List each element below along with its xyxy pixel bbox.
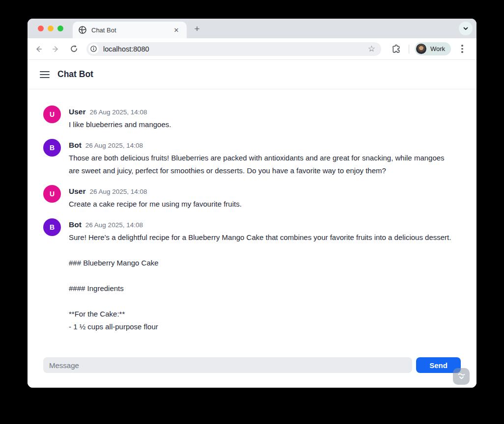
- tab-chat-bot[interactable]: Chat Bot ✕: [73, 22, 187, 38]
- close-window-button[interactable]: [38, 26, 44, 31]
- browser-toolbar: localhost:8080 ☆ Work: [28, 38, 476, 60]
- toolbar-divider: [409, 45, 409, 53]
- message-avatar: U: [43, 106, 61, 123]
- globe-favicon-icon: [79, 26, 86, 34]
- message-avatar-letter: U: [50, 190, 55, 198]
- browser-window: Chat Bot ✕ + localhost:8080 ☆: [28, 19, 476, 388]
- composer: Send: [43, 357, 461, 373]
- message-row: B Bot26 Aug 2025, 14:08 Those are both d…: [43, 139, 454, 177]
- message-body: Create a cake recipe for me using my fav…: [69, 198, 454, 211]
- address-bar[interactable]: localhost:8080 ☆: [86, 42, 381, 56]
- url-text: localhost:8080: [103, 45, 368, 53]
- tab-close-icon[interactable]: ✕: [172, 26, 181, 34]
- back-button[interactable]: [32, 43, 44, 55]
- message-row: U User26 Aug 2025, 14:08 I like blueberr…: [43, 106, 454, 131]
- message-body: Those are both delicious fruits! Blueber…: [69, 152, 454, 177]
- page-title: Chat Bot: [57, 69, 93, 80]
- message-header: Bot26 Aug 2025, 14:08: [69, 139, 454, 152]
- message-row: U User26 Aug 2025, 14:08 Create a cake r…: [43, 185, 454, 211]
- message-avatar-letter: U: [50, 110, 55, 118]
- browser-menu-button[interactable]: [458, 45, 467, 53]
- message-author: User: [69, 187, 85, 195]
- tab-strip: Chat Bot ✕ +: [28, 19, 476, 38]
- message-body: Sure! Here’s a delightful recipe for a B…: [69, 231, 454, 333]
- message-timestamp: 26 Aug 2025, 14:08: [89, 108, 147, 116]
- site-info-icon[interactable]: [88, 44, 99, 54]
- message-avatar: U: [43, 185, 61, 203]
- hamburger-menu-icon[interactable]: [37, 69, 52, 80]
- maximize-window-button[interactable]: [57, 26, 63, 31]
- message-timestamp: 26 Aug 2025, 14:08: [85, 142, 143, 149]
- profile-name: Work: [430, 45, 445, 53]
- chat-app: Chat Bot U User26 Aug 2025, 14:08 I like…: [28, 60, 476, 388]
- profile-chip[interactable]: Work: [415, 42, 451, 55]
- message-author: Bot: [69, 220, 82, 229]
- message-timestamp: 26 Aug 2025, 14:08: [89, 188, 147, 195]
- message-author: Bot: [69, 141, 82, 149]
- message-avatar-letter: B: [50, 144, 55, 152]
- message-avatar-letter: B: [50, 223, 55, 231]
- scroll-down-icon: [457, 372, 466, 380]
- tab-title: Chat Bot: [91, 26, 172, 34]
- chevron-down-icon: [463, 26, 469, 31]
- app-header: Chat Bot: [28, 60, 476, 89]
- message-input[interactable]: [43, 357, 412, 373]
- new-tab-button[interactable]: +: [191, 23, 203, 35]
- message-avatar: B: [43, 139, 61, 157]
- message-content: Bot26 Aug 2025, 14:08 Those are both del…: [69, 139, 454, 177]
- message-row: B Bot26 Aug 2025, 14:08 Sure! Here’s a d…: [43, 218, 454, 333]
- message-timestamp: 26 Aug 2025, 14:08: [85, 221, 143, 229]
- message-body: I like blueberries and mangoes.: [69, 118, 454, 131]
- extensions-icon[interactable]: [390, 43, 402, 55]
- message-header: User26 Aug 2025, 14:08: [69, 185, 454, 198]
- message-avatar: B: [43, 218, 61, 236]
- message-content: User26 Aug 2025, 14:08 I like blueberrie…: [69, 106, 454, 131]
- scroll-to-bottom-button[interactable]: [453, 368, 470, 385]
- reload-button[interactable]: [68, 43, 80, 55]
- traffic-lights: [38, 26, 63, 31]
- message-content: Bot26 Aug 2025, 14:08 Sure! Here’s a del…: [69, 218, 454, 333]
- message-header: User26 Aug 2025, 14:08: [69, 106, 454, 118]
- message-list: U User26 Aug 2025, 14:08 I like blueberr…: [28, 89, 476, 388]
- tab-search-button[interactable]: [459, 22, 473, 35]
- profile-avatar: [416, 44, 426, 54]
- bookmark-star-icon[interactable]: ☆: [368, 44, 375, 54]
- message-content: User26 Aug 2025, 14:08 Create a cake rec…: [69, 185, 454, 211]
- message-header: Bot26 Aug 2025, 14:08: [69, 218, 454, 231]
- message-author: User: [69, 107, 85, 116]
- minimize-window-button[interactable]: [48, 26, 54, 31]
- forward-button[interactable]: [50, 43, 62, 55]
